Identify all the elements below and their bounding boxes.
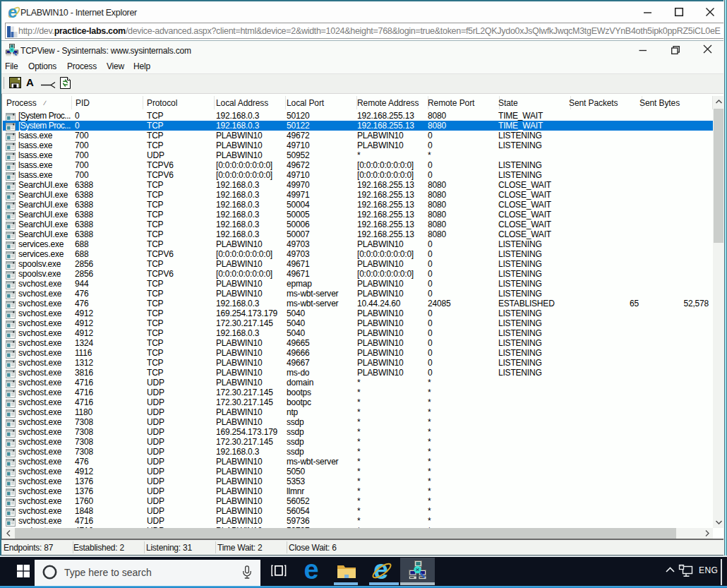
svg-text:e: e <box>304 560 319 583</box>
svg-text:e: e <box>8 5 17 19</box>
